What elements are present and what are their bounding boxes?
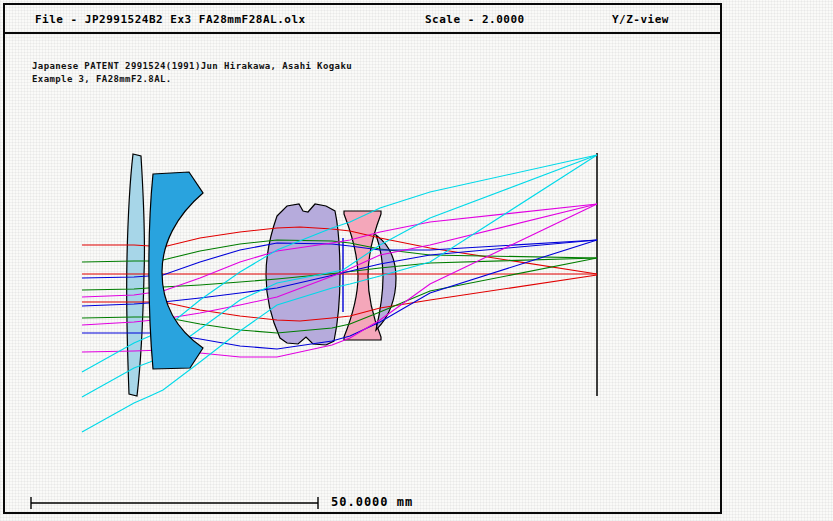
app-background: { "header": { "file_label": "File - JP29… xyxy=(0,0,833,521)
lens-element-4-biconcave xyxy=(344,211,381,340)
scale-bar-label: 50.0000 mm xyxy=(331,495,413,509)
lens-element-1-aspheric-plate xyxy=(127,154,145,396)
lens-layout-canvas[interactable] xyxy=(0,0,833,521)
